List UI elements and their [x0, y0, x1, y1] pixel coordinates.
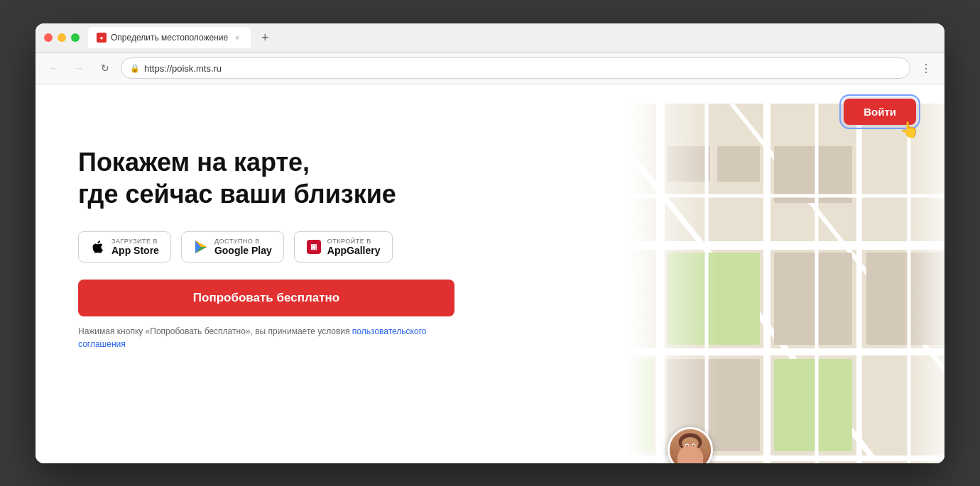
hero-title-line2: где сейчас ваши близкие	[78, 180, 396, 209]
browser-menu-button[interactable]: ⋮	[916, 58, 936, 78]
title-bar: ● Определить местоположение × +	[36, 23, 944, 53]
lock-icon: 🔒	[130, 64, 140, 73]
store-buttons: Загрузите в App Store	[78, 231, 533, 263]
hero-left: Покажем на карте, где сейчас ваши близки…	[78, 139, 533, 350]
site-header: Войти 👆	[36, 84, 944, 125]
map-fade-left	[589, 104, 944, 463]
disclaimer-text: Нажимая кнопку «Попробовать бесплатно», …	[78, 326, 352, 336]
apple-icon	[90, 239, 106, 255]
app-store-label: Загрузите в	[111, 238, 159, 245]
traffic-lights	[44, 33, 80, 42]
url-text: https://poisk.mts.ru	[144, 63, 222, 74]
app-gallery-icon: ▣	[306, 239, 322, 255]
google-play-icon	[193, 239, 209, 255]
google-play-button[interactable]: Доступно в Google Play	[181, 231, 284, 263]
hero-title-line1: Покажем на карте,	[78, 148, 310, 177]
address-bar: ← → ↻ 🔒 https://poisk.mts.ru ⋮	[36, 53, 944, 84]
login-btn-wrapper: Войти 👆	[844, 99, 916, 125]
hero-section: Покажем на карте, где сейчас ваши близки…	[36, 125, 944, 463]
browser-window: ● Определить местоположение × + ← → ↻ 🔒 …	[36, 23, 944, 463]
page-content: Войти 👆 Покажем на карте, где сейчас ваш…	[36, 84, 944, 463]
hero-title: Покажем на карте, где сейчас ваши близки…	[78, 146, 533, 210]
phone-mockup	[575, 104, 944, 463]
forward-button[interactable]: →	[70, 58, 89, 78]
hero-right	[575, 104, 944, 463]
app-gallery-button[interactable]: ▣ Откройте в AppGallery	[294, 231, 393, 263]
tab-favicon: ●	[97, 33, 107, 43]
disclaimer: Нажимая кнопку «Попробовать бесплатно», …	[78, 325, 454, 350]
back-button[interactable]: ←	[44, 58, 64, 78]
tab-bar: ● Определить местоположение × +	[88, 27, 936, 48]
refresh-button[interactable]: ↻	[95, 58, 115, 78]
app-gallery-text: Откройте в AppGallery	[327, 238, 381, 256]
google-play-label: Доступно в	[214, 238, 272, 245]
close-button[interactable]	[44, 33, 53, 42]
app-store-name: App Store	[111, 245, 159, 256]
minimize-button[interactable]	[58, 33, 66, 42]
svg-rect-35	[677, 455, 703, 463]
cursor-hand: 👆	[900, 121, 919, 139]
google-play-name: Google Play	[214, 245, 272, 256]
url-bar[interactable]: 🔒 https://poisk.mts.ru	[121, 57, 910, 79]
maximize-button[interactable]	[71, 33, 80, 42]
avatar-face	[670, 429, 711, 463]
google-play-text: Доступно в Google Play	[214, 238, 272, 256]
app-gallery-name: AppGallery	[327, 245, 381, 256]
new-tab-button[interactable]: +	[255, 28, 275, 48]
app-store-text: Загрузите в App Store	[111, 238, 159, 256]
app-store-button[interactable]: Загрузите в App Store	[78, 231, 171, 263]
tab-close-button[interactable]: ×	[232, 33, 242, 43]
map-fade-right	[902, 104, 944, 463]
active-tab[interactable]: ● Определить местоположение ×	[88, 27, 251, 48]
tab-title: Определить местоположение	[111, 33, 228, 43]
app-gallery-label: Откройте в	[327, 238, 381, 245]
try-free-button[interactable]: Попробовать бесплатно	[78, 280, 454, 316]
